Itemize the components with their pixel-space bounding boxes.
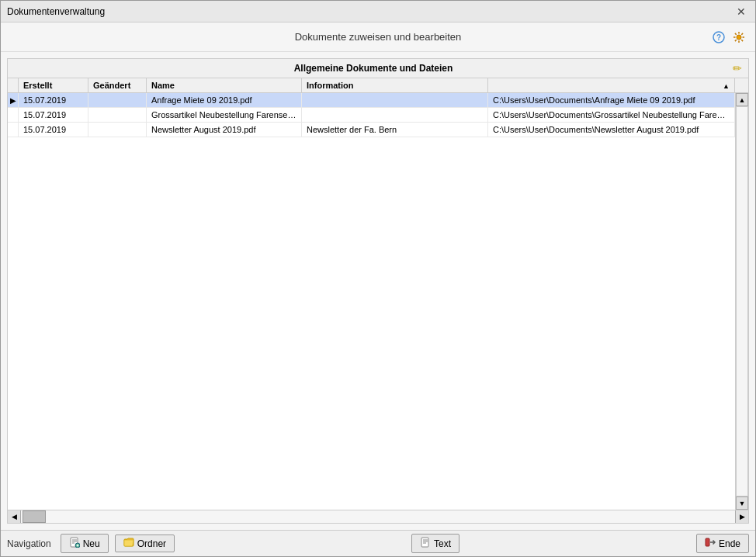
table-body[interactable]: ▶15.07.2019Anfrage Miete 09 2019.pdfC:\U…: [8, 93, 735, 510]
cell-geaendert: [88, 93, 147, 107]
section-title: Allgemeine Dokumente und Dateien: [14, 63, 733, 74]
cell-geaendert: [88, 123, 147, 137]
row-arrow-cell: [8, 108, 19, 122]
bottom-scrollbar[interactable]: ◀ ▶: [8, 510, 748, 523]
ende-icon: [705, 537, 716, 550]
title-bar: Dokumentenverwaltung ✕: [1, 1, 755, 22]
scroll-thumb-h: [23, 510, 46, 523]
cell-erstellt: 15.07.2019: [19, 93, 88, 107]
svg-rect-22: [706, 538, 709, 546]
section-panel: Allgemeine Dokumente und Dateien ✏ Erste…: [7, 58, 749, 524]
nav-label: Navigation: [7, 538, 51, 549]
svg-point-2: [737, 35, 741, 40]
table-header: Erstellt Geändert Name Information ▲: [8, 78, 748, 93]
table-row[interactable]: 15.07.2019Newsletter August 2019.pdfNews…: [8, 123, 735, 137]
cell-information: [302, 93, 488, 107]
col-header-erstellt[interactable]: Erstellt: [19, 78, 88, 92]
settings-icon-button[interactable]: [730, 29, 747, 46]
edit-icon[interactable]: ✏: [733, 62, 742, 74]
neu-icon: [69, 537, 80, 550]
neu-label: Neu: [83, 538, 100, 549]
cell-name: Grossartikel Neubestellung Farensen KG.r: [147, 108, 302, 122]
cell-name: Newsletter August 2019.pdf: [147, 123, 302, 137]
header-bar: Dokumente zuweisen und bearbeiten ?: [1, 22, 755, 52]
scroll-left-arrow[interactable]: ◀: [8, 510, 21, 523]
svg-rect-18: [421, 538, 428, 547]
close-button[interactable]: ✕: [733, 6, 749, 17]
settings-icon: [733, 31, 745, 43]
col-header-geaendert[interactable]: Geändert: [88, 78, 147, 92]
svg-line-9: [741, 33, 743, 34]
ende-label: Ende: [719, 538, 740, 549]
scroll-down-arrow[interactable]: ▼: [736, 496, 748, 510]
vertical-scrollbar[interactable]: ▲ ▼: [735, 93, 748, 510]
scroll-right-arrow[interactable]: ▶: [735, 510, 748, 523]
svg-line-10: [735, 40, 737, 41]
scroll-up-arrow[interactable]: ▲: [736, 93, 748, 106]
ende-button[interactable]: Ende: [696, 534, 749, 553]
scroll-track[interactable]: [736, 106, 748, 496]
table-wrapper: ▶15.07.2019Anfrage Miete 09 2019.pdfC:\U…: [8, 93, 748, 510]
text-button[interactable]: Text: [411, 534, 459, 553]
col-header-scroll: [735, 78, 748, 92]
cell-information: Newsletter der Fa. Bern: [302, 123, 488, 137]
cell-erstellt: 15.07.2019: [19, 108, 88, 122]
svg-line-7: [735, 33, 737, 34]
header-title: Dokumente zuweisen und bearbeiten: [295, 31, 462, 43]
text-label: Text: [434, 538, 451, 549]
svg-text:?: ?: [716, 33, 721, 42]
col-header-ordner[interactable]: ▲: [488, 78, 735, 92]
svg-line-8: [741, 40, 743, 41]
neu-button[interactable]: Neu: [61, 534, 109, 553]
table-main: ▶15.07.2019Anfrage Miete 09 2019.pdfC:\U…: [8, 93, 735, 510]
cell-ordner: C:\Users\User\Documents\Grossartikel Neu…: [488, 108, 735, 122]
col-header-name[interactable]: Name: [147, 78, 302, 92]
section-header: Allgemeine Dokumente und Dateien ✏: [8, 59, 748, 78]
ordner-label: Ordner: [137, 538, 166, 549]
window-title: Dokumentenverwaltung: [7, 6, 105, 17]
col-header-information[interactable]: Information: [302, 78, 488, 92]
cell-geaendert: [88, 108, 147, 122]
navigation-bar: Navigation Neu: [1, 530, 755, 556]
table-row[interactable]: ▶15.07.2019Anfrage Miete 09 2019.pdfC:\U…: [8, 93, 735, 108]
cell-information: [302, 108, 488, 122]
cell-erstellt: 15.07.2019: [19, 123, 88, 137]
text-icon: [420, 537, 431, 550]
ordner-icon: [123, 538, 134, 549]
row-arrow-cell: ▶: [8, 93, 19, 107]
header-icons: ?: [710, 29, 747, 46]
cell-ordner: C:\Users\User\Documents\Anfrage Miete 09…: [488, 93, 735, 107]
cell-name: Anfrage Miete 09 2019.pdf: [147, 93, 302, 107]
cell-ordner: C:\Users\User\Documents\Newsletter Augus…: [488, 123, 735, 137]
content-area: Allgemeine Dokumente und Dateien ✏ Erste…: [1, 52, 755, 530]
col-header-arrow: [8, 78, 19, 92]
table-row[interactable]: 15.07.2019Grossartikel Neubestellung Far…: [8, 108, 735, 123]
main-window: Dokumentenverwaltung ✕ Dokumente zuweise…: [0, 0, 756, 557]
scroll-track-h[interactable]: [21, 510, 735, 523]
help-icon-button[interactable]: ?: [710, 29, 727, 46]
row-arrow-cell: [8, 123, 19, 137]
ordner-button[interactable]: Ordner: [115, 535, 175, 552]
help-icon: ?: [713, 31, 725, 43]
